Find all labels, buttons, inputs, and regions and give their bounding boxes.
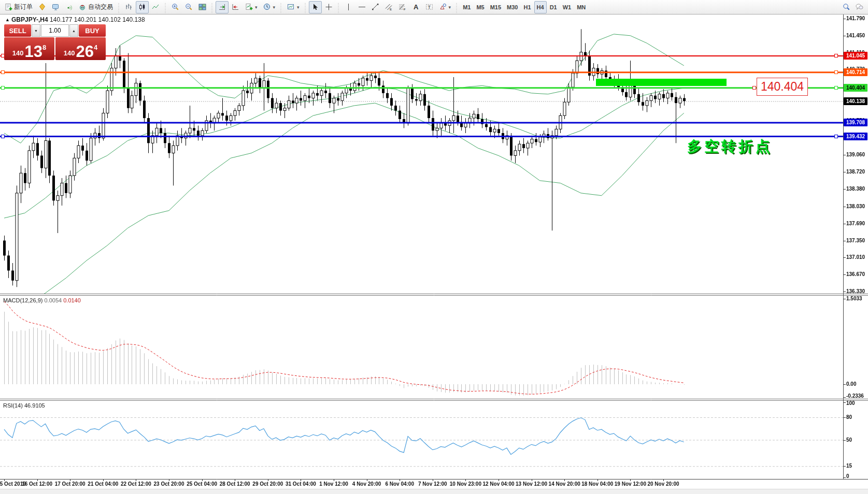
price-tick-label: 137.010	[846, 254, 865, 260]
buy-button[interactable]: BUY	[79, 24, 106, 37]
highlight-zone-object[interactable]	[596, 79, 727, 86]
macd-name: MACD(12,26,9)	[3, 297, 42, 303]
price-tick-label: 141.790	[846, 16, 865, 21]
one-click-trading-panel: SELL ▼ ▲ BUY 140 13 8 140 26 4	[4, 24, 106, 60]
rsi-tick-label: 50	[846, 437, 852, 443]
volume-increase-button[interactable]: ▲	[69, 24, 78, 37]
hline-handle[interactable]	[1, 70, 5, 74]
buy-price-display: 140 26 4	[55, 37, 106, 60]
price-tag-141.045: 141.045	[844, 52, 867, 60]
chart-legend: GBPJPY-,H4 140.177 140.201 140.102 140.1…	[11, 16, 145, 23]
hline-handle[interactable]	[1, 135, 5, 138]
macd-tick-label: 0.00	[846, 381, 856, 387]
rsi-value: 46.9105	[24, 402, 45, 409]
price-tag-140.404: 140.404	[844, 84, 867, 92]
sell-price-sup: 8	[42, 43, 46, 51]
volume-input[interactable]	[41, 24, 69, 37]
price-tick-label: 136.330	[846, 288, 865, 294]
macd-main-value: 0.0054	[44, 297, 62, 303]
time-tick-label: 16 Oct 12:00	[22, 481, 52, 487]
time-tick-label: 1 Nov 12:00	[319, 481, 348, 487]
price-tick-label: 137.350	[846, 238, 865, 243]
macd-legend: MACD(12,26,9) 0.0054 0.0140	[3, 297, 81, 303]
sell-price-big: 13	[24, 45, 42, 59]
price-tag-139.708: 139.708	[844, 119, 867, 126]
sell-price-main: 140	[12, 49, 24, 57]
hline-handle[interactable]	[834, 70, 838, 74]
chart-canvas[interactable]	[0, 0, 868, 494]
time-tick-label: 18 Nov 04:00	[581, 481, 613, 487]
time-tick-label: 25 Oct 04:00	[187, 481, 217, 487]
time-tick-label: 17 Oct 20:00	[55, 481, 86, 487]
window-bottom-edge	[0, 489, 868, 494]
rsi-legend: RSI(14) 46.9105	[3, 402, 45, 409]
time-tick-label: 29 Oct 20:00	[252, 481, 283, 487]
one-click-collapse-icon[interactable]: ▲	[5, 17, 10, 22]
buy-price-big: 26	[76, 45, 93, 59]
price-tag-140.138: 140.138	[844, 97, 867, 105]
time-tick-label: 22 Oct 12:00	[121, 481, 151, 487]
symbol-title: GBPJPY-,H4	[11, 16, 48, 23]
macd-tick-label: -0.2336	[846, 393, 864, 399]
price-tick-label: 138.380	[846, 186, 865, 192]
rsi-tick-label: 100	[846, 400, 855, 406]
macd-signal-value: 0.0140	[63, 297, 81, 303]
buy-price-main: 140	[64, 49, 75, 57]
ohlc-values: 140.177 140.201 140.102 140.138	[50, 16, 145, 23]
volume-decrease-button[interactable]: ▼	[32, 24, 40, 37]
time-tick-label: 14 Nov 20:00	[549, 481, 580, 487]
hline-handle[interactable]	[1, 54, 5, 57]
time-tick-label: 10 Nov 23:00	[450, 481, 481, 487]
buy-price-sup: 4	[94, 43, 97, 51]
callout-anchor-handle[interactable]	[752, 86, 756, 90]
price-callout-label[interactable]: 140.404	[757, 78, 808, 96]
time-tick-label: 21 Oct 04:00	[88, 481, 118, 487]
price-tick-label: 139.060	[846, 152, 865, 157]
sell-button[interactable]: SELL	[4, 24, 31, 37]
hline-handle[interactable]	[834, 86, 838, 90]
time-tick-label: 31 Oct 04:00	[286, 481, 316, 487]
price-tick-label: 137.690	[846, 221, 865, 226]
hline-handle[interactable]	[834, 54, 838, 57]
time-tick-label: 6 Nov 04:00	[385, 481, 414, 487]
time-tick-label: 4 Nov 20:00	[352, 481, 381, 487]
rsi-tick-label: 15	[846, 463, 852, 469]
terminal-window: 新订单自动交易▾▾▾EFAT▾M1M5M15M30H1H4D1W1MN ▲ GB…	[0, 0, 868, 494]
time-tick-label: 20 Nov 20:00	[647, 481, 679, 487]
price-tick-label: 136.670	[846, 271, 865, 277]
rsi-tick-label: 80	[846, 414, 852, 420]
time-tick-label: 23 Oct 20:00	[154, 481, 184, 487]
macd-tick-label: 1.5033	[846, 296, 862, 301]
time-tick-label: 28 Oct 12:00	[220, 481, 250, 487]
price-tick-label: 141.450	[846, 33, 865, 38]
time-tick-label: 7 Nov 12:00	[418, 481, 447, 487]
price-tag-140.714: 140.714	[844, 68, 867, 76]
price-tick-label: 138.030	[846, 204, 865, 209]
hline-handle[interactable]	[834, 135, 838, 138]
rsi-tick-label: 0	[846, 473, 849, 479]
time-tick-label: 12 Nov 04:00	[482, 481, 514, 487]
price-tick-label: 138.720	[846, 169, 865, 175]
hline-handle[interactable]	[1, 86, 5, 90]
price-tag-139.432: 139.432	[844, 133, 867, 140]
rsi-name: RSI(14)	[3, 402, 23, 409]
time-tick-label: 19 Nov 12:00	[615, 481, 646, 487]
time-tick-label: 13 Nov 12:00	[516, 481, 547, 487]
chart-annotation-text[interactable]: 多空转折点	[687, 137, 773, 156]
sell-price-display: 140 13 8	[4, 37, 54, 60]
